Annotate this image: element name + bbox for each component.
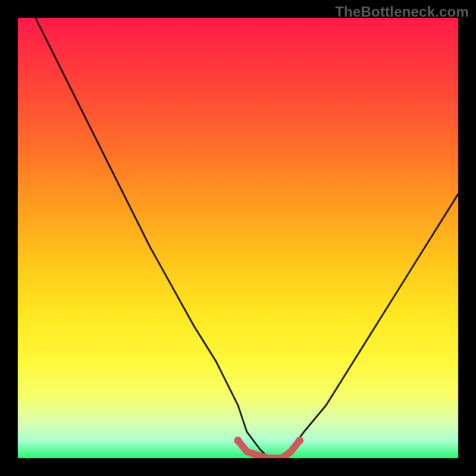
highlight-end-dot (296, 437, 303, 444)
highlight-start-dot (234, 437, 242, 444)
watermark-text: TheBottleneck.com (335, 4, 469, 20)
bottleneck-curve (36, 18, 458, 458)
plot-area (18, 18, 458, 458)
curve-layer (18, 18, 458, 458)
highlight-segment (238, 440, 300, 458)
chart-frame: TheBottleneck.com (0, 0, 476, 476)
